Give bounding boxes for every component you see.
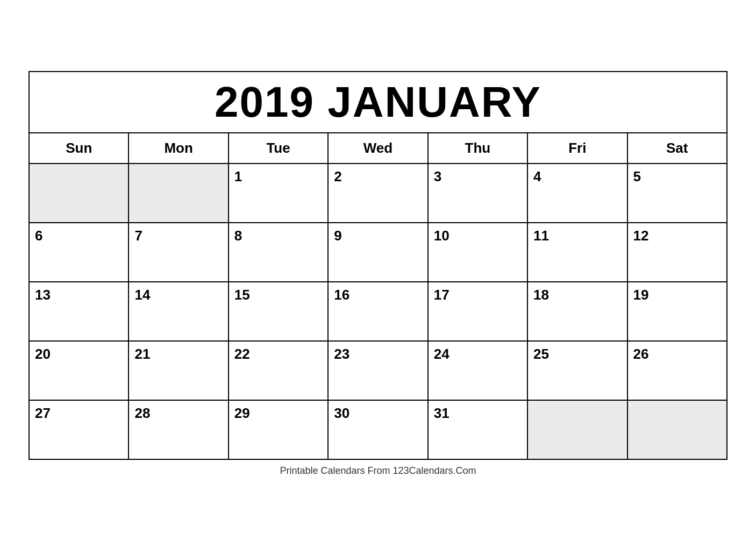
day-cell-1-3: 9: [328, 223, 427, 282]
day-cell-1-5: 11: [527, 223, 627, 282]
day-cell-0-4: 3: [428, 164, 527, 223]
day-header-sat: Sat: [627, 133, 727, 164]
day-cell-0-6: 5: [627, 164, 727, 223]
week-row-5: 2728293031: [29, 400, 727, 459]
day-header-mon: Mon: [129, 133, 228, 164]
calendar-footer: Printable Calendars From 123Calendars.Co…: [28, 465, 728, 477]
day-cell-3-3: 23: [328, 341, 427, 400]
calendar-title: 2019 JANUARY: [29, 72, 727, 133]
day-header-fri: Fri: [527, 133, 627, 164]
week-row-4: 20212223242526: [29, 341, 727, 400]
day-cell-1-6: 12: [627, 223, 727, 282]
day-cell-2-3: 16: [328, 282, 427, 341]
day-header-tue: Tue: [229, 133, 328, 164]
day-cell-4-0: 27: [29, 400, 129, 459]
day-header-sun: Sun: [29, 133, 129, 164]
day-cell-4-3: 30: [328, 400, 427, 459]
week-row-1: 12345: [29, 164, 727, 223]
day-cell-4-5: [527, 400, 627, 459]
day-cell-3-5: 25: [527, 341, 627, 400]
calendar-wrapper: 2019 JANUARY SunMonTueWedThuFriSat 12345…: [28, 71, 728, 477]
week-row-3: 13141516171819: [29, 282, 727, 341]
day-cell-3-2: 22: [229, 341, 328, 400]
calendar-title-row: 2019 JANUARY: [29, 72, 727, 133]
day-cell-2-2: 15: [229, 282, 328, 341]
day-cell-1-0: 6: [29, 223, 129, 282]
day-cell-1-1: 7: [129, 223, 228, 282]
day-cell-3-4: 24: [428, 341, 527, 400]
day-header-wed: Wed: [328, 133, 427, 164]
day-cell-0-5: 4: [527, 164, 627, 223]
day-cell-1-4: 10: [428, 223, 527, 282]
day-cell-2-4: 17: [428, 282, 527, 341]
week-row-2: 6789101112: [29, 223, 727, 282]
day-cell-2-0: 13: [29, 282, 129, 341]
day-cell-4-1: 28: [129, 400, 228, 459]
day-cell-4-6: [627, 400, 727, 459]
day-cell-3-1: 21: [129, 341, 228, 400]
day-cell-2-6: 19: [627, 282, 727, 341]
day-cell-0-1: [129, 164, 228, 223]
day-cell-0-2: 1: [229, 164, 328, 223]
day-cell-4-4: 31: [428, 400, 527, 459]
day-cell-3-0: 20: [29, 341, 129, 400]
day-header-row: SunMonTueWedThuFriSat: [29, 133, 727, 164]
day-cell-2-1: 14: [129, 282, 228, 341]
day-cell-4-2: 29: [229, 400, 328, 459]
day-cell-0-0: [29, 164, 129, 223]
day-header-thu: Thu: [428, 133, 527, 164]
day-cell-3-6: 26: [627, 341, 727, 400]
calendar-table: 2019 JANUARY SunMonTueWedThuFriSat 12345…: [28, 71, 728, 460]
day-cell-1-2: 8: [229, 223, 328, 282]
day-cell-0-3: 2: [328, 164, 427, 223]
day-cell-2-5: 18: [527, 282, 627, 341]
